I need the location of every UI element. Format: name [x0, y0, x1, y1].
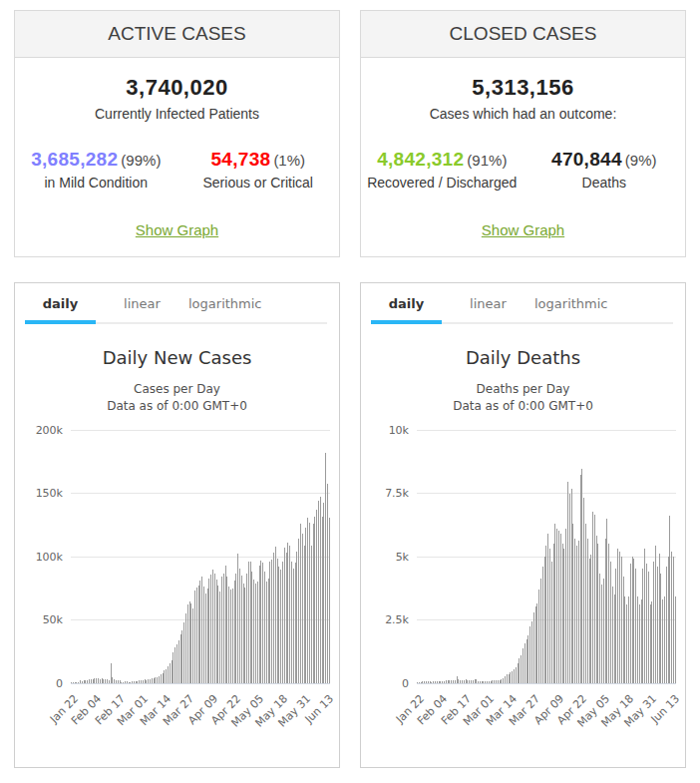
bar[interactable] [560, 534, 561, 683]
bar[interactable] [190, 603, 191, 683]
bar[interactable] [194, 590, 195, 682]
bar[interactable] [605, 539, 606, 683]
bar[interactable] [599, 574, 600, 682]
bar[interactable] [644, 549, 645, 683]
bar[interactable] [225, 566, 226, 683]
bar[interactable] [518, 663, 519, 683]
tab-logarithmic[interactable]: logarithmic [188, 296, 259, 324]
bar[interactable] [289, 546, 290, 683]
bar[interactable] [173, 652, 174, 683]
bar[interactable] [538, 589, 539, 683]
bar[interactable] [284, 548, 285, 683]
bar[interactable] [666, 567, 667, 683]
bar[interactable] [166, 669, 167, 683]
bar[interactable] [175, 647, 175, 683]
bar[interactable] [521, 655, 522, 682]
bar[interactable] [226, 577, 227, 683]
bar[interactable] [655, 546, 656, 682]
bar[interactable] [208, 579, 209, 683]
bar[interactable] [657, 567, 658, 683]
bar[interactable] [302, 534, 303, 683]
bar[interactable] [296, 552, 297, 683]
bar[interactable] [170, 663, 171, 682]
bar[interactable] [526, 639, 527, 683]
bar[interactable] [189, 601, 190, 683]
bar[interactable] [545, 546, 546, 682]
bar[interactable] [304, 546, 305, 683]
bar[interactable] [219, 591, 220, 683]
bar[interactable] [621, 557, 622, 683]
bar[interactable] [617, 549, 618, 683]
bar[interactable] [278, 567, 279, 682]
bar[interactable] [533, 612, 534, 683]
bar[interactable] [610, 562, 611, 683]
bar[interactable] [549, 549, 550, 683]
bar[interactable] [531, 621, 532, 683]
bar[interactable] [198, 586, 199, 682]
bar[interactable] [291, 562, 292, 682]
bar[interactable] [581, 469, 582, 683]
bar[interactable] [659, 554, 660, 683]
bar[interactable] [525, 643, 525, 683]
bar[interactable] [192, 608, 193, 682]
bar[interactable] [221, 577, 222, 683]
bar[interactable] [280, 570, 281, 682]
bar[interactable] [239, 569, 240, 682]
bar[interactable] [216, 580, 217, 683]
bar[interactable] [309, 523, 310, 683]
bar[interactable] [293, 569, 294, 682]
bar[interactable] [223, 574, 224, 683]
bar[interactable] [562, 544, 563, 683]
bar[interactable] [316, 510, 317, 682]
bar[interactable] [614, 594, 615, 683]
bar[interactable] [300, 524, 301, 683]
bar[interactable] [633, 559, 634, 682]
bar[interactable] [576, 546, 577, 682]
bar[interactable] [287, 543, 288, 682]
bar[interactable] [235, 574, 236, 682]
bar[interactable] [205, 593, 206, 683]
bar[interactable] [594, 515, 595, 683]
bar[interactable] [168, 666, 169, 683]
bar[interactable] [320, 497, 321, 682]
bars-series[interactable] [417, 430, 676, 683]
bar[interactable] [624, 596, 625, 682]
bar[interactable] [556, 529, 557, 683]
tab-logarithmic[interactable]: logarithmic [534, 296, 605, 324]
bar[interactable] [187, 604, 188, 682]
bar[interactable] [597, 544, 598, 683]
bar[interactable] [196, 587, 197, 682]
bar[interactable] [307, 518, 308, 683]
bar[interactable] [619, 552, 620, 683]
bar[interactable] [507, 674, 508, 682]
bar[interactable] [671, 552, 672, 683]
bar[interactable] [512, 671, 513, 682]
bar[interactable] [673, 557, 674, 683]
bar[interactable] [228, 587, 229, 683]
bar[interactable] [180, 634, 181, 683]
bar[interactable] [161, 674, 162, 683]
bar[interactable] [260, 561, 261, 683]
bar[interactable] [257, 582, 258, 683]
bar[interactable] [601, 585, 602, 683]
bar[interactable] [266, 582, 267, 683]
bar[interactable] [553, 544, 554, 683]
tab-daily[interactable]: daily [371, 296, 442, 324]
bar[interactable] [237, 554, 238, 683]
bar[interactable] [646, 564, 647, 682]
bar[interactable] [298, 539, 299, 682]
bar[interactable] [163, 673, 164, 683]
active-show-graph-link[interactable]: Show Graph [136, 221, 218, 238]
bar[interactable] [660, 574, 661, 682]
bar[interactable] [271, 560, 272, 683]
bar[interactable] [210, 575, 211, 683]
bar[interactable] [615, 569, 616, 682]
bar[interactable] [630, 564, 631, 682]
bars-series[interactable] [71, 430, 330, 683]
bar[interactable] [639, 604, 640, 683]
bar[interactable] [246, 574, 247, 683]
bar[interactable] [164, 670, 165, 683]
bar[interactable] [623, 577, 624, 683]
bar[interactable] [199, 581, 200, 682]
bar[interactable] [232, 588, 233, 683]
